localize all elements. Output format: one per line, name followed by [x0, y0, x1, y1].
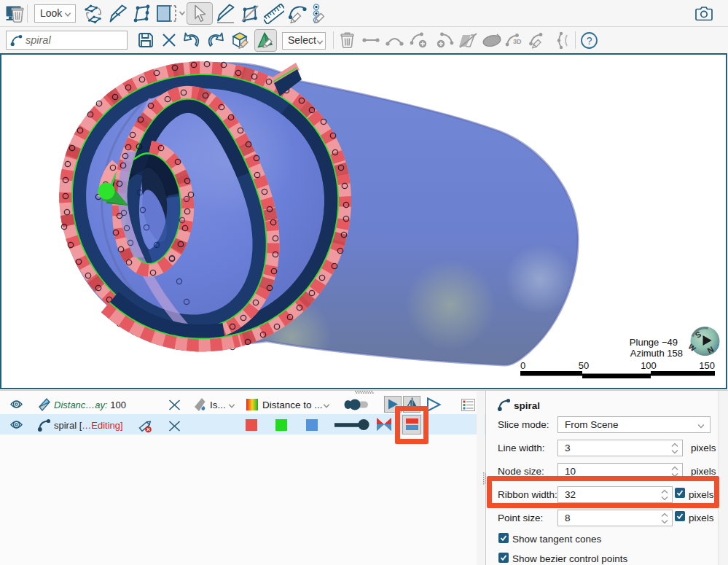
- svg-text:Azimuth 158: Azimuth 158: [630, 348, 683, 359]
- svg-text:0: 0: [520, 360, 525, 371]
- svg-text:?: ?: [587, 35, 592, 47]
- svg-text:Plunge −49: Plunge −49: [630, 337, 678, 348]
- svg-text:100: 100: [641, 360, 657, 371]
- svg-text:50: 50: [579, 360, 589, 371]
- svg-text:3D: 3D: [513, 38, 522, 45]
- svg-text:150: 150: [699, 360, 715, 371]
